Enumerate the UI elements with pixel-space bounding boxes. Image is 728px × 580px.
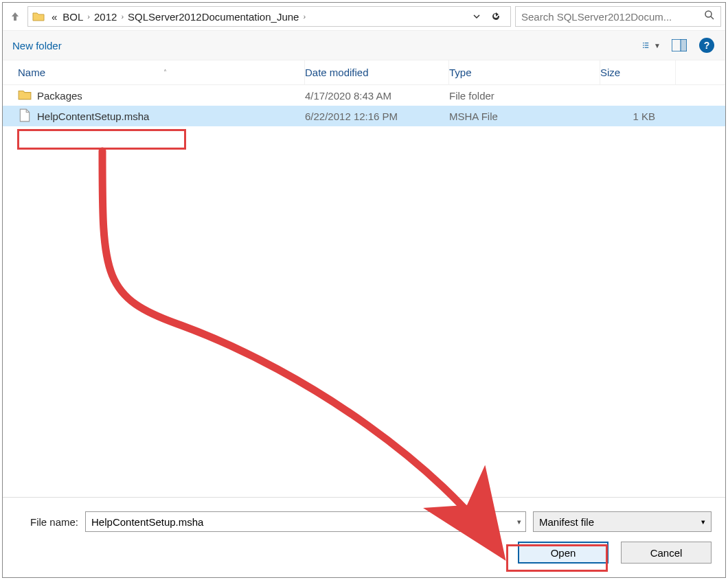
chevron-right-icon: ›: [302, 12, 307, 21]
svg-rect-6: [643, 47, 644, 48]
filename-label: File name:: [30, 516, 78, 528]
folder-icon: [31, 9, 46, 24]
svg-rect-2: [643, 43, 644, 43]
column-header-type[interactable]: Type: [449, 60, 600, 84]
help-button[interactable]: ?: [698, 36, 716, 54]
file-row[interactable]: Packages4/17/2020 8:43 AMFile folder: [3, 85, 725, 106]
open-button[interactable]: Open: [518, 542, 608, 564]
file-list[interactable]: Packages4/17/2020 8:43 AMFile folderHelp…: [3, 85, 725, 497]
filename-field-wrapper: ▾: [85, 511, 526, 532]
column-header-name[interactable]: Name ˄: [3, 60, 305, 84]
search-input[interactable]: [521, 11, 704, 23]
file-icon: [18, 108, 32, 124]
svg-rect-9: [681, 39, 687, 51]
search-box[interactable]: [515, 6, 721, 27]
view-options-button[interactable]: ▼: [643, 36, 661, 54]
file-row[interactable]: HelpContentSetup.msha6/22/2012 12:16 PMM…: [3, 106, 725, 126]
column-header-size[interactable]: Size: [600, 60, 676, 84]
chevron-down-icon[interactable]: ▾: [517, 518, 521, 526]
breadcrumb-item[interactable]: 2012: [91, 11, 120, 23]
svg-rect-3: [645, 43, 648, 43]
up-one-level-button[interactable]: [7, 8, 23, 25]
preview-pane-button[interactable]: [670, 36, 688, 54]
file-date: 6/22/2012 12:16 PM: [305, 111, 449, 122]
new-folder-button[interactable]: New folder: [12, 40, 62, 51]
filename-input[interactable]: [91, 512, 520, 531]
address-dropdown-button[interactable]: [469, 9, 484, 24]
search-icon[interactable]: [704, 10, 715, 23]
breadcrumb-item[interactable]: SQLServer2012Documentation_June: [125, 11, 302, 23]
file-name: Packages: [37, 90, 82, 102]
svg-point-0: [705, 11, 712, 17]
help-icon: ?: [699, 38, 714, 53]
svg-rect-5: [645, 45, 648, 45]
column-header-date[interactable]: Date modified: [305, 60, 449, 84]
file-type: MSHA File: [449, 111, 600, 122]
filetype-label: Manifest file: [539, 516, 594, 528]
file-date: 4/17/2020 8:43 AM: [305, 90, 449, 102]
breadcrumb-ellipsis[interactable]: «: [49, 11, 60, 23]
refresh-button[interactable]: [488, 9, 503, 24]
filetype-select[interactable]: Manifest file ▾: [533, 511, 712, 532]
svg-rect-7: [645, 47, 648, 48]
chevron-right-icon: ›: [120, 12, 125, 21]
chevron-right-icon: ›: [86, 12, 91, 21]
breadcrumb-item[interactable]: BOL: [60, 11, 86, 23]
file-type: File folder: [449, 90, 600, 102]
svg-line-1: [711, 16, 714, 19]
column-headers: Name ˄ Date modified Type Size: [3, 60, 725, 85]
address-bar[interactable]: « BOL › 2012 › SQLServer2012Documentatio…: [27, 6, 511, 27]
sort-indicator-icon: ˄: [163, 69, 167, 76]
svg-rect-4: [643, 45, 644, 45]
chevron-down-icon: ▾: [701, 518, 705, 526]
folder-icon: [18, 88, 32, 104]
column-header-label: Name: [18, 67, 45, 78]
cancel-button[interactable]: Cancel: [621, 542, 712, 564]
file-size: 1 KB: [600, 111, 676, 122]
file-name: HelpContentSetup.msha: [37, 111, 149, 122]
